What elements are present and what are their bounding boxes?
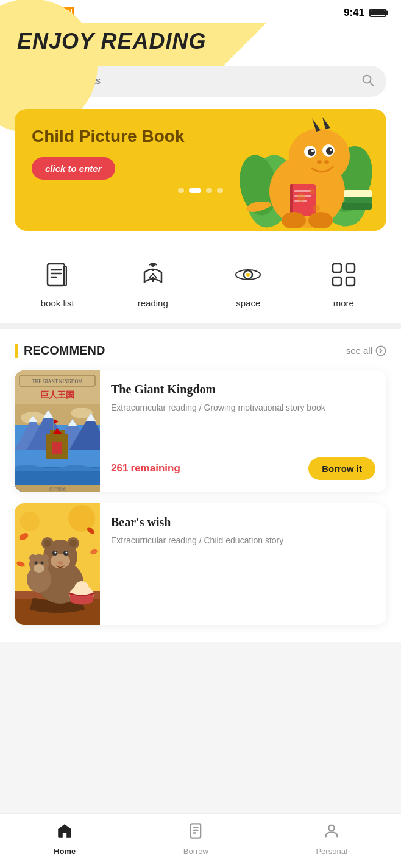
svg-rect-21 [290, 184, 293, 216]
book-cover-0: THE GIANT KINGDOM 巨人王国 [15, 370, 100, 492]
svg-point-100 [41, 561, 44, 564]
svg-rect-44 [333, 277, 341, 286]
svg-point-14 [311, 150, 314, 152]
status-right: 9:41 [344, 7, 386, 19]
book-footer-0: 261 remaining Borrow it [111, 457, 375, 480]
svg-point-15 [330, 149, 332, 151]
svg-text:THE GIANT KINGDOM: THE GIANT KINGDOM [32, 379, 83, 384]
svg-point-102 [74, 581, 89, 596]
svg-point-30 [297, 193, 305, 202]
battery-icon [369, 9, 386, 17]
svg-point-91 [55, 551, 57, 553]
quick-nav: book list reading [0, 243, 401, 323]
nav-home-label: Home [54, 847, 76, 856]
svg-point-98 [34, 564, 44, 573]
svg-rect-64 [50, 430, 55, 441]
book-card-1: Bear's wish Extracurricular reading / Ch… [15, 503, 386, 625]
book-remaining-0: 261 remaining [111, 462, 180, 475]
borrow-button-0[interactable]: Borrow it [308, 457, 375, 480]
svg-point-7 [289, 129, 350, 183]
app-title: ENJOY READING [17, 29, 384, 54]
svg-point-86 [44, 540, 51, 547]
book-info-1: Bear's wish Extracurricular reading / Ch… [100, 503, 386, 625]
banner-dot-3[interactable] [206, 188, 212, 193]
nav-reading[interactable]: reading [136, 258, 170, 308]
svg-point-75 [20, 512, 40, 531]
nav-space-label: space [236, 298, 260, 308]
more-icon [327, 258, 361, 292]
svg-text:巨人王国: 巨人王国 [40, 390, 74, 400]
recommend-title-text: RECOMMEND [24, 344, 105, 358]
svg-point-41 [246, 273, 250, 277]
svg-point-93 [57, 561, 63, 565]
banner-dot-1[interactable] [178, 188, 184, 193]
banner-dot-2[interactable] [189, 188, 201, 193]
svg-point-87 [69, 540, 77, 547]
svg-rect-22 [294, 190, 311, 192]
bottom-nav: Home Borrow Personal [0, 813, 401, 868]
remaining-count-0: 261 [111, 462, 128, 474]
svg-point-31 [313, 205, 320, 212]
book-desc-0: Extracurricular reading / Growing motiva… [111, 401, 375, 414]
svg-point-32 [309, 188, 315, 194]
nav-personal-label: Personal [316, 847, 347, 856]
remaining-label-0: remaining [131, 462, 180, 474]
header: ENJOY READING [0, 23, 401, 66]
nav-reading-label: reading [138, 298, 168, 308]
svg-point-46 [377, 346, 386, 355]
chevron-right-icon [375, 345, 386, 356]
home-icon [56, 822, 73, 844]
nav-personal[interactable]: Personal [316, 822, 347, 856]
nav-more-label: more [333, 298, 354, 308]
see-all-button[interactable]: see all [346, 345, 386, 356]
reading-icon [136, 258, 170, 292]
svg-point-74 [68, 505, 95, 532]
book-card-0: THE GIANT KINGDOM 巨人王国 [15, 370, 386, 492]
recommend-accent-bar [15, 344, 18, 358]
svg-rect-29 [344, 190, 372, 197]
nav-space[interactable]: space [231, 258, 265, 308]
nav-home[interactable]: Home [54, 822, 76, 856]
search-icon [361, 73, 374, 90]
svg-point-99 [35, 561, 38, 564]
recommend-section: RECOMMEND see all [0, 329, 401, 642]
nav-borrow-label: Borrow [183, 847, 208, 856]
book-title-0: The Giant Kingdom [111, 383, 375, 397]
nav-more[interactable]: more [327, 258, 361, 308]
svg-rect-43 [346, 264, 355, 272]
book-list-icon [40, 258, 74, 292]
book-title-1: Bear's wish [111, 515, 375, 529]
svg-text:图书馆藏: 图书馆藏 [49, 487, 66, 491]
svg-point-16 [317, 160, 322, 164]
svg-point-38 [151, 263, 155, 267]
svg-point-12 [308, 149, 315, 156]
banner-text-area: Child Picture Book click to enter [32, 126, 218, 180]
svg-rect-65 [60, 430, 65, 441]
banner-illustration [222, 112, 380, 228]
recommend-header: RECOMMEND see all [15, 344, 386, 358]
svg-marker-9 [322, 117, 330, 129]
svg-rect-45 [346, 277, 355, 286]
section-divider [0, 323, 401, 329]
personal-icon [323, 822, 340, 844]
recommend-title-group: RECOMMEND [15, 344, 105, 358]
banner-title: Child Picture Book [32, 126, 218, 147]
svg-point-97 [41, 554, 49, 562]
svg-rect-66 [52, 442, 62, 454]
svg-rect-33 [48, 264, 65, 286]
banner-cta-button[interactable]: click to enter [32, 157, 115, 180]
nav-borrow[interactable]: Borrow [183, 822, 208, 856]
borrow-icon [187, 822, 204, 844]
nav-book-list-label: book list [41, 298, 74, 308]
book-desc-1: Extracurricular reading / Child educatio… [111, 534, 375, 547]
banner-container: Child Picture Book click to enter [0, 109, 401, 243]
svg-point-17 [324, 160, 329, 164]
book-cover-1 [15, 503, 100, 625]
svg-line-1 [370, 82, 373, 85]
clock: 9:41 [344, 7, 364, 19]
book-info-0: The Giant Kingdom Extracurricular readin… [100, 370, 386, 492]
svg-point-13 [326, 147, 333, 155]
svg-rect-42 [333, 264, 341, 272]
nav-book-list[interactable]: book list [40, 258, 74, 308]
see-all-label: see all [346, 345, 372, 356]
